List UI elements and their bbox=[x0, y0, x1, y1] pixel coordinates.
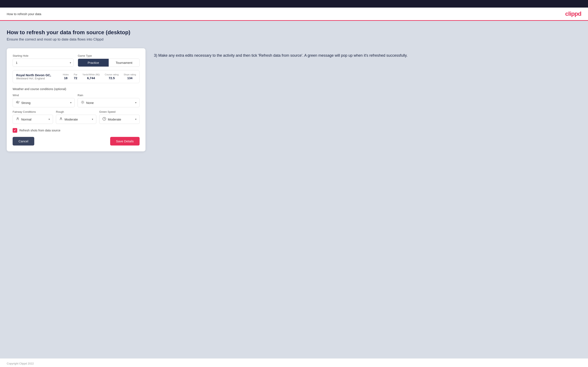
rain-value: None bbox=[86, 101, 135, 105]
wind-group: Wind Strong ▾ bbox=[13, 94, 75, 107]
game-type-toggle: Practice Tournament bbox=[78, 58, 140, 67]
button-row: Cancel Save Details bbox=[13, 137, 140, 145]
rough-group: Rough Moderate ▾ bbox=[56, 110, 96, 124]
course-rating-stat: Course rating 72.5 bbox=[105, 73, 119, 80]
green-speed-chevron-icon: ▾ bbox=[135, 118, 137, 121]
par-value: 72 bbox=[74, 76, 77, 80]
page-subtitle: Ensure the correct and most up to date d… bbox=[7, 37, 581, 42]
top-bar bbox=[0, 0, 588, 8]
game-type-container: Game Type Practice Tournament bbox=[78, 54, 140, 67]
wind-value: Strong bbox=[21, 101, 70, 105]
yards-label: Yards/White (M)) bbox=[82, 73, 100, 76]
wind-chevron-icon: ▾ bbox=[70, 101, 71, 104]
refresh-label: Refresh shots from data source bbox=[19, 129, 60, 132]
starting-hole-select-wrapper: 1 ▾ bbox=[13, 58, 74, 67]
main-content: How to refresh your data from source (de… bbox=[0, 21, 588, 359]
slope-rating-stat: Slope rating 134 bbox=[124, 73, 136, 80]
copyright: Copyright Clippd 2022 bbox=[7, 362, 34, 365]
rough-label: Rough bbox=[56, 110, 96, 113]
weather-section-label: Weather and course conditions (optional) bbox=[13, 87, 140, 91]
checkmark-icon: ✓ bbox=[14, 129, 16, 132]
game-type-label: Game Type bbox=[78, 54, 140, 57]
conditions-row: Fairway Conditions Normal ▾ Rough bbox=[13, 110, 140, 124]
rain-icon bbox=[81, 100, 85, 105]
footer: Copyright Clippd 2022 bbox=[0, 359, 588, 367]
par-label: Par bbox=[74, 73, 77, 76]
holes-value: 18 bbox=[64, 76, 68, 80]
starting-hole-group: Starting Hole 1 ▾ bbox=[13, 54, 74, 67]
yards-stat: Yards/White (M)) 6,744 bbox=[82, 73, 100, 80]
svg-line-8 bbox=[84, 101, 84, 101]
rough-value: Moderate bbox=[65, 117, 92, 121]
refresh-checkbox-row: ✓ Refresh shots from data source bbox=[13, 128, 140, 133]
course-rating-value: 72.5 bbox=[109, 76, 115, 80]
green-speed-label: Green Speed bbox=[99, 110, 140, 113]
rain-chevron-icon: ▾ bbox=[135, 101, 137, 104]
green-speed-select[interactable]: Moderate ▾ bbox=[99, 115, 140, 124]
refresh-checkbox[interactable]: ✓ bbox=[13, 128, 17, 133]
par-stat: Par 72 bbox=[74, 73, 77, 80]
header-title: How to refresh your data bbox=[7, 12, 41, 16]
fairway-label: Fairway Conditions bbox=[13, 110, 53, 113]
content-area: Starting Hole 1 ▾ Game Type Practice Tou… bbox=[7, 48, 581, 151]
svg-line-3 bbox=[81, 101, 82, 101]
slope-rating-value: 134 bbox=[127, 76, 132, 80]
svg-point-0 bbox=[82, 101, 83, 103]
fairway-chevron-icon: ▾ bbox=[49, 118, 50, 121]
sidebar-text-area: 3) Make any extra edits necessary to the… bbox=[154, 48, 581, 58]
header: How to refresh your data clippd bbox=[0, 8, 588, 21]
fairway-group: Fairway Conditions Normal ▾ bbox=[13, 110, 53, 124]
starting-hole-row: Starting Hole 1 ▾ Game Type Practice Tou… bbox=[13, 54, 140, 67]
fairway-value: Normal bbox=[21, 117, 49, 121]
holes-stat: Holes 18 bbox=[63, 73, 69, 80]
svg-point-9 bbox=[17, 117, 18, 119]
green-speed-value: Moderate bbox=[108, 117, 135, 121]
sidebar-description: 3) Make any extra edits necessary to the… bbox=[154, 52, 581, 58]
wind-label: Wind bbox=[13, 94, 75, 97]
course-location: Westward Ho!, England bbox=[16, 77, 51, 80]
wind-select[interactable]: Strong ▾ bbox=[13, 98, 75, 107]
fairway-select[interactable]: Normal ▾ bbox=[13, 115, 53, 124]
logo: clippd bbox=[565, 10, 581, 17]
save-button[interactable]: Save Details bbox=[110, 137, 140, 145]
form-panel: Starting Hole 1 ▾ Game Type Practice Tou… bbox=[7, 48, 146, 151]
fairway-icon bbox=[16, 117, 19, 122]
cancel-button[interactable]: Cancel bbox=[13, 137, 34, 145]
rain-group: Rain bbox=[78, 94, 140, 107]
course-stats: Holes 18 Par 72 Yards/White (M)) 6,744 C… bbox=[63, 73, 136, 80]
wind-rain-row: Wind Strong ▾ Rain bbox=[13, 94, 140, 107]
green-speed-icon bbox=[102, 117, 106, 122]
yards-value: 6,744 bbox=[87, 76, 95, 80]
course-rating-label: Course rating bbox=[105, 73, 119, 76]
starting-hole-select[interactable]: 1 bbox=[13, 58, 74, 67]
starting-hole-label: Starting Hole bbox=[13, 54, 74, 57]
page-heading: How to refresh your data from source (de… bbox=[7, 29, 581, 36]
practice-button[interactable]: Practice bbox=[78, 59, 109, 67]
course-info-box: Royal North Devon GC, Westward Ho!, Engl… bbox=[13, 70, 140, 83]
rough-chevron-icon: ▾ bbox=[92, 118, 93, 121]
course-details: Royal North Devon GC, Westward Ho!, Engl… bbox=[16, 73, 51, 80]
tournament-button[interactable]: Tournament bbox=[109, 59, 139, 67]
rough-select[interactable]: Moderate ▾ bbox=[56, 115, 96, 124]
wind-icon bbox=[16, 100, 19, 105]
rain-select[interactable]: None ▾ bbox=[78, 98, 140, 107]
svg-point-10 bbox=[60, 117, 62, 119]
slope-rating-label: Slope rating bbox=[124, 73, 136, 76]
rain-label: Rain bbox=[78, 94, 140, 97]
holes-label: Holes bbox=[63, 73, 69, 76]
course-name: Royal North Devon GC, bbox=[16, 73, 51, 77]
green-speed-group: Green Speed Moderate ▾ bbox=[99, 110, 140, 124]
rough-icon bbox=[59, 117, 63, 122]
